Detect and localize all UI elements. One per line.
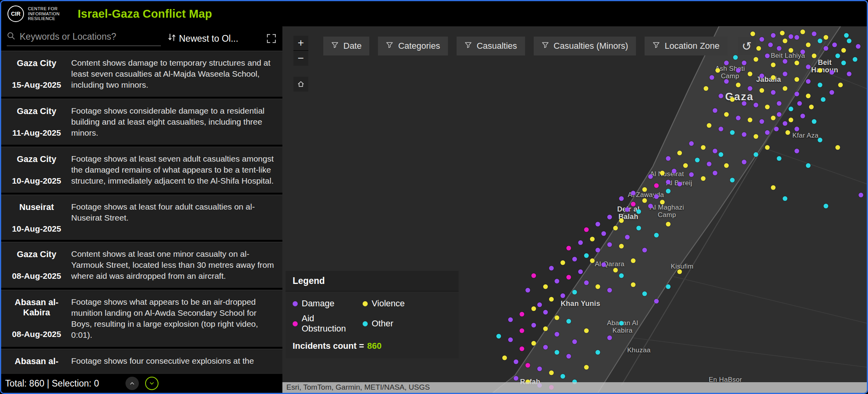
incident-point[interactable] [549, 370, 554, 375]
incident-point[interactable] [555, 315, 559, 320]
incident-point[interactable] [531, 306, 536, 311]
incident-point[interactable] [636, 226, 641, 230]
incident-point[interactable] [613, 268, 618, 272]
incident-point[interactable] [543, 345, 548, 350]
incident-point[interactable] [560, 260, 565, 265]
incident-point[interactable] [824, 46, 828, 51]
incident-point[interactable] [695, 158, 700, 162]
incident-point[interactable] [768, 42, 773, 47]
incident-point[interactable] [806, 42, 811, 47]
incident-point[interactable] [601, 262, 606, 267]
incident-point[interactable] [806, 163, 811, 168]
incident-point[interactable] [666, 284, 671, 289]
incident-point[interactable] [520, 328, 524, 333]
incident-point[interactable] [771, 33, 776, 38]
incident-point[interactable] [531, 341, 536, 346]
incident-point[interactable] [566, 246, 571, 250]
incident-point[interactable] [520, 346, 524, 351]
incident-point[interactable] [677, 269, 682, 274]
incident-point[interactable] [648, 174, 653, 179]
incident-point[interactable] [654, 194, 659, 199]
incident-point[interactable] [578, 269, 583, 274]
incident-point[interactable] [654, 299, 659, 304]
incident-point[interactable] [759, 37, 764, 42]
incident-point[interactable] [771, 116, 776, 120]
incident-point[interactable] [844, 33, 849, 38]
incident-point[interactable] [642, 198, 647, 203]
incident-point[interactable] [724, 112, 729, 117]
incident-point[interactable] [835, 53, 840, 58]
incident-point[interactable] [797, 101, 802, 106]
incident-point[interactable] [794, 127, 799, 131]
incident-point[interactable] [607, 288, 612, 293]
incident-point[interactable] [783, 121, 787, 126]
incident-point[interactable] [733, 55, 738, 60]
incident-point[interactable] [584, 365, 589, 370]
incident-point[interactable] [666, 222, 671, 226]
incident-point[interactable] [789, 34, 793, 39]
incident-point[interactable] [754, 134, 758, 139]
scroll-up-button[interactable] [125, 377, 139, 390]
incident-point[interactable] [502, 355, 507, 360]
incident-point[interactable] [719, 152, 723, 157]
incident-point[interactable] [555, 332, 559, 337]
incident-point[interactable] [555, 279, 559, 284]
incident-point[interactable] [595, 284, 600, 289]
incident-point[interactable] [619, 218, 624, 223]
incident-point[interactable] [572, 290, 577, 295]
incident-point[interactable] [794, 149, 799, 153]
incident-point[interactable] [794, 61, 799, 65]
incident-point[interactable] [584, 328, 589, 333]
incident-point[interactable] [719, 127, 723, 131]
incident-point[interactable] [710, 75, 714, 80]
incident-point[interactable] [809, 105, 814, 109]
incident-point[interactable] [736, 116, 741, 120]
incident-point[interactable] [759, 119, 764, 124]
incident-point[interactable] [806, 64, 811, 69]
map-canvas[interactable]: Beit LahiyaBeit HanounAsh Shati CampJaba… [282, 26, 867, 393]
incident-point[interactable] [704, 86, 708, 91]
incident-point[interactable] [607, 335, 612, 340]
incident-point[interactable] [642, 187, 647, 192]
incident-point[interactable] [520, 312, 524, 317]
incident-point[interactable] [789, 48, 793, 53]
zoom-in-button[interactable]: + [293, 36, 308, 51]
incident-point[interactable] [537, 366, 542, 371]
incident-point[interactable] [821, 97, 826, 102]
incident-point[interactable] [566, 354, 571, 359]
incident-point[interactable] [660, 171, 665, 175]
zoom-out-button[interactable]: − [293, 51, 308, 66]
incident-card[interactable]: Gaza City 10-Aug-2025 Footage shows at l… [1, 147, 282, 193]
incident-point[interactable] [800, 29, 805, 34]
incident-point[interactable] [824, 204, 828, 208]
incident-point[interactable] [613, 226, 618, 230]
incident-point[interactable] [838, 83, 843, 87]
incident-point[interactable] [701, 145, 706, 150]
filter-button[interactable]: Casualties (Minors) [534, 37, 636, 55]
incident-point[interactable] [689, 141, 694, 146]
incident-point[interactable] [724, 61, 729, 65]
incident-point[interactable] [748, 86, 752, 91]
incident-point[interactable] [625, 235, 630, 239]
incident-point[interactable] [683, 163, 688, 168]
incident-point[interactable] [806, 94, 811, 98]
incident-point[interactable] [853, 57, 857, 62]
incident-point[interactable] [771, 90, 776, 95]
incident-point[interactable] [750, 31, 755, 36]
incident-point[interactable] [531, 273, 536, 278]
incident-point[interactable] [771, 75, 776, 80]
incident-point[interactable] [514, 376, 518, 381]
incident-point[interactable] [780, 31, 785, 35]
incident-point[interactable] [601, 231, 606, 236]
incident-point[interactable] [771, 185, 776, 190]
filter-button[interactable]: Date [323, 37, 369, 55]
incident-point[interactable] [794, 77, 799, 82]
incident-point[interactable] [748, 72, 752, 76]
incident-point[interactable] [672, 169, 676, 173]
incident-point[interactable] [584, 227, 589, 232]
incident-point[interactable] [713, 108, 717, 113]
incident-point[interactable] [812, 31, 816, 36]
incident-point[interactable] [829, 90, 834, 95]
reset-filters-button[interactable]: ↺ [738, 37, 756, 55]
incident-point[interactable] [765, 130, 770, 135]
